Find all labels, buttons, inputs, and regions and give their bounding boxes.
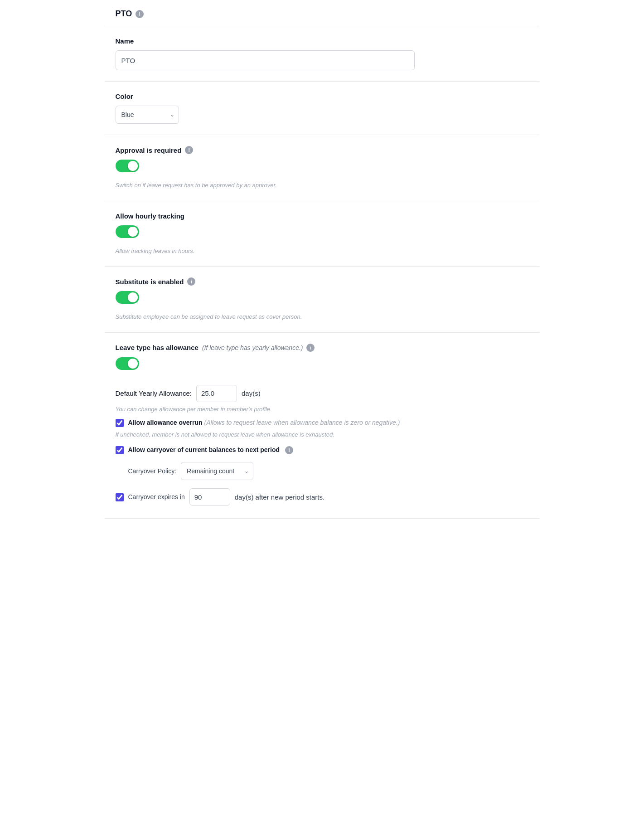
name-label: Name	[116, 37, 529, 45]
allowance-toggle-thumb	[128, 359, 138, 369]
allowance-info-icon[interactable]: i	[306, 344, 315, 352]
allowance-label: Leave type has allowance (If leave type …	[116, 344, 529, 352]
substitute-toggle-thumb	[128, 292, 138, 302]
approval-label: Approval is required i	[116, 146, 529, 154]
approval-toggle[interactable]	[116, 160, 139, 172]
carryover-checkbox[interactable]	[116, 446, 124, 454]
substitute-description: Substitute employee can be assigned to l…	[116, 312, 529, 321]
carryover-expires-row: Carryover expires in day(s) after new pe…	[116, 488, 529, 505]
carryover-info-icon[interactable]: i	[285, 446, 293, 454]
substitute-section: Substitute is enabled i Substitute emplo…	[105, 267, 540, 333]
carryover-expires-input[interactable]	[189, 488, 230, 505]
carryover-policy-label: Carryover Policy:	[128, 467, 177, 475]
carryover-expires-checkbox[interactable]	[116, 493, 124, 501]
carryover-policy-row: Carryover Policy: Remaining count Full b…	[116, 462, 529, 480]
overrun-note: (Allows to request leave when allowance …	[204, 419, 400, 426]
approval-toggle-thumb	[128, 161, 138, 171]
color-section: Color Blue Red Green Yellow Purple Orang…	[105, 82, 540, 135]
approval-section: Approval is required i Switch on if leav…	[105, 135, 540, 201]
substitute-label: Substitute is enabled i	[116, 277, 529, 286]
hourly-tracking-section: Allow hourly tracking Allow tracking lea…	[105, 201, 540, 267]
substitute-toggle-wrapper[interactable]	[116, 291, 139, 304]
approval-info-icon[interactable]: i	[185, 146, 193, 154]
name-section: Name	[105, 26, 540, 82]
color-select[interactable]: Blue Red Green Yellow Purple Orange	[116, 106, 179, 124]
color-label: Color	[116, 92, 529, 100]
allowance-label-note: (If leave type has yearly allowance.)	[202, 344, 303, 351]
page-header: PTO i	[105, 0, 540, 26]
carryover-checkbox-row: Allow carryover of current balances to n…	[116, 445, 529, 455]
allowance-toggle[interactable]	[116, 357, 139, 370]
allowance-toggle-wrapper[interactable]	[116, 357, 139, 370]
overrun-checkbox-label: Allow allowance overrun (Allows to reque…	[128, 418, 400, 428]
page-title: PTO	[116, 9, 132, 19]
approval-toggle-wrapper[interactable]	[116, 160, 139, 172]
default-yearly-row: Default Yearly Allowance: day(s)	[116, 385, 529, 402]
hourly-tracking-label: Allow hourly tracking	[116, 212, 529, 220]
default-yearly-label: Default Yearly Allowance:	[116, 389, 192, 397]
overrun-description: If unchecked, member is not allowed to r…	[116, 430, 529, 439]
carryover-policy-select-wrapper: Remaining count Full balance Fixed amoun…	[181, 462, 253, 480]
default-yearly-unit: day(s)	[242, 389, 261, 397]
default-yearly-input[interactable]	[196, 385, 237, 402]
approval-description: Switch on if leave request has to be app…	[116, 181, 529, 190]
allowance-sub-section: Default Yearly Allowance: day(s) You can…	[116, 385, 529, 506]
hourly-tracking-toggle-thumb	[128, 227, 138, 237]
allowance-section: Leave type has allowance (If leave type …	[105, 333, 540, 519]
allowance-note: You can change allowance per member in m…	[116, 406, 529, 413]
carryover-expires-prefix: Carryover expires in	[128, 493, 185, 501]
hourly-tracking-description: Allow tracking leaves in hours.	[116, 247, 529, 256]
header-info-icon[interactable]: i	[136, 10, 144, 18]
overrun-checkbox-row: Allow allowance overrun (Allows to reque…	[116, 418, 529, 428]
name-input[interactable]	[116, 50, 415, 70]
hourly-tracking-toggle[interactable]	[116, 225, 139, 238]
carryover-expires-suffix: day(s) after new period starts.	[235, 493, 324, 501]
color-select-wrapper: Blue Red Green Yellow Purple Orange ⌄	[116, 106, 179, 124]
carryover-policy-select[interactable]: Remaining count Full balance Fixed amoun…	[181, 462, 253, 480]
substitute-toggle[interactable]	[116, 291, 139, 304]
substitute-info-icon[interactable]: i	[187, 277, 195, 286]
carryover-checkbox-label: Allow carryover of current balances to n…	[128, 445, 293, 455]
hourly-tracking-toggle-wrapper[interactable]	[116, 225, 139, 238]
overrun-checkbox[interactable]	[116, 419, 124, 427]
